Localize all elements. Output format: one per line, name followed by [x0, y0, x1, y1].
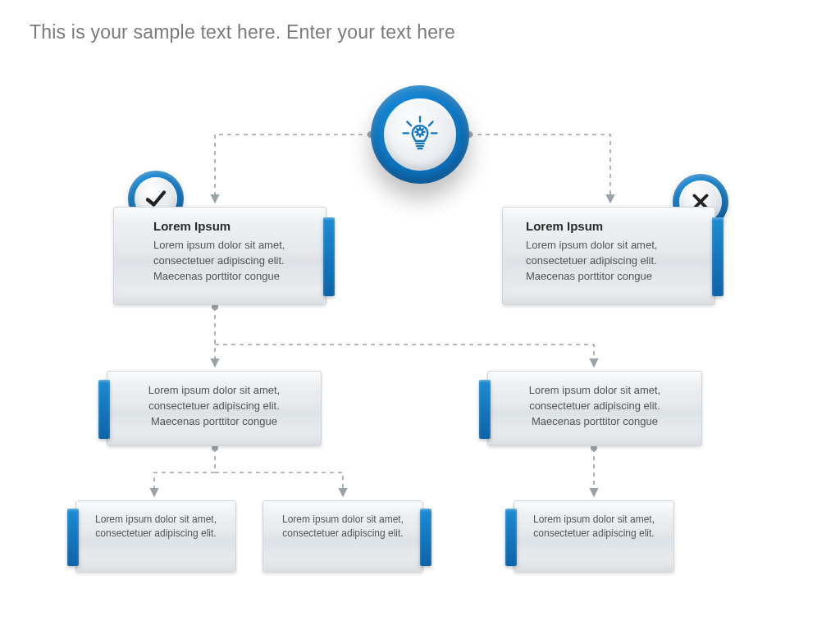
panel-no-primary[interactable]: Lorem Ipsum Lorem ipsum dolor sit amet, … — [502, 207, 715, 305]
panel-accent-tab — [505, 509, 517, 566]
panel-body: Lorem ipsum dolor sit amet, consectetuer… — [132, 238, 308, 285]
panel-accent-tab — [323, 217, 335, 296]
panel-yes-primary[interactable]: Lorem Ipsum Lorem ipsum dolor sit amet, … — [113, 207, 326, 305]
panel-title: Lorem Ipsum — [132, 219, 308, 233]
lightbulb-gear-icon — [384, 98, 456, 171]
panel-leaf-1[interactable]: Lorem ipsum dolor sit amet, consectetuer… — [75, 500, 236, 573]
sample-text-placeholder[interactable]: This is your sample text here. Enter you… — [30, 21, 455, 43]
panel-body: Lorem ipsum dolor sit amet, consectetuer… — [94, 513, 217, 541]
panel-title: Lorem Ipsum — [521, 219, 696, 233]
idea-medallion — [371, 85, 469, 184]
panel-accent-tab — [67, 509, 79, 566]
svg-line-17 — [417, 134, 418, 135]
svg-line-2 — [407, 121, 411, 126]
slide-canvas: This is your sample text here. Enter you… — [0, 0, 840, 630]
panel-body: Lorem ipsum dolor sit amet, consectetuer… — [281, 513, 404, 541]
svg-line-3 — [429, 121, 433, 126]
panel-body: Lorem ipsum dolor sit amet, consectetuer… — [532, 513, 655, 541]
panel-accent-tab — [420, 509, 431, 566]
panel-level2-left[interactable]: Lorem ipsum dolor sit amet, consectetuer… — [107, 371, 322, 446]
svg-line-14 — [417, 129, 418, 130]
panel-body: Lorem ipsum dolor sit amet, consectetuer… — [521, 238, 696, 285]
panel-leaf-3[interactable]: Lorem ipsum dolor sit amet, consectetuer… — [514, 500, 674, 573]
panel-accent-tab — [712, 217, 724, 296]
panel-accent-tab — [98, 380, 110, 439]
panel-accent-tab — [479, 380, 491, 439]
panel-leaf-2[interactable]: Lorem ipsum dolor sit amet, consectetuer… — [262, 500, 423, 573]
svg-line-15 — [422, 134, 423, 135]
svg-line-16 — [422, 129, 423, 130]
panel-body: Lorem ipsum dolor sit amet, consectetuer… — [126, 383, 303, 430]
panel-body: Lorem ipsum dolor sit amet, consectetuer… — [506, 383, 683, 430]
panel-level2-right[interactable]: Lorem ipsum dolor sit amet, consectetuer… — [487, 371, 702, 446]
